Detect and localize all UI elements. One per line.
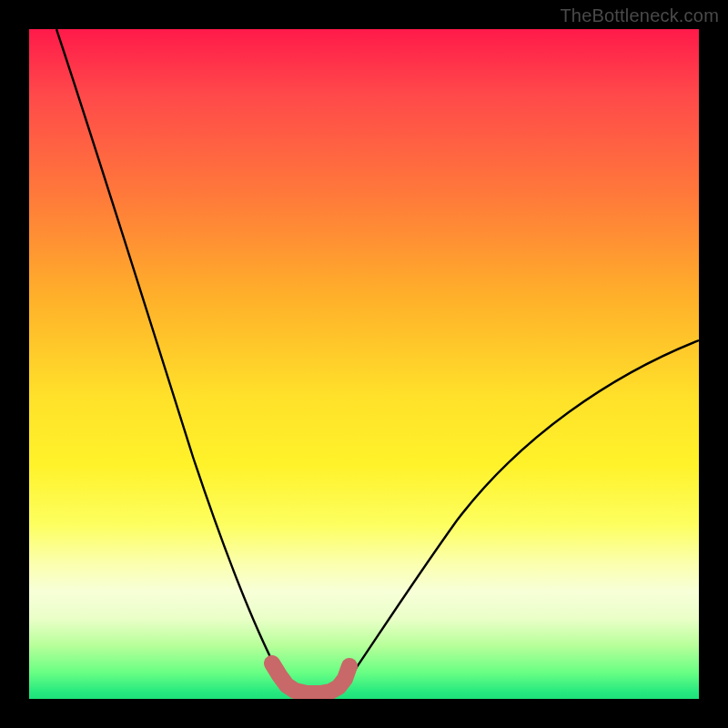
chart-frame: TheBottleneck.com [0, 0, 728, 728]
highlight-dots [272, 663, 349, 693]
plot-area [29, 29, 699, 699]
attribution-label: TheBottleneck.com [560, 5, 719, 26]
bottleneck-curve [56, 29, 699, 693]
curve-layer [29, 29, 699, 699]
